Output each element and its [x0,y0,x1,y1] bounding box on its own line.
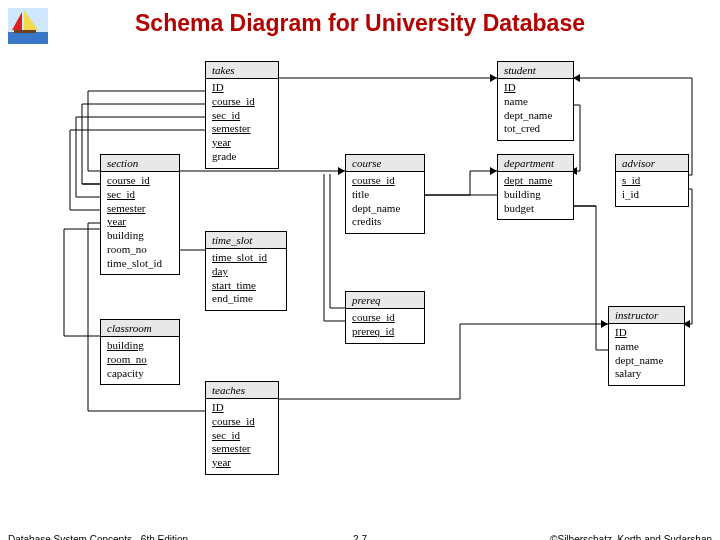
entity-time-slot: time_slot time_slot_id day start_time en… [205,231,287,311]
entity-attrs: ID name dept_name tot_cred [498,79,573,140]
entity-header: advisor [616,155,688,172]
entity-advisor: advisor s_id i_id [615,154,689,207]
entity-attrs: s_id i_id [616,172,688,206]
entity-header: course [346,155,424,172]
entity-attrs: dept_name building budget [498,172,573,219]
entity-header: teaches [206,382,278,399]
svg-marker-31 [338,167,345,175]
svg-marker-14 [573,74,580,82]
schema-diagram: takes ID course_id sec_id semester year … [0,56,720,486]
page-title: Schema Diagram for University Database [0,10,720,37]
entity-instructor: instructor ID name dept_name salary [608,306,685,386]
entity-section: section course_id sec_id semester year b… [100,154,180,275]
footer-copyright: ©Silberschatz, Korth and Sudarshan [550,534,712,540]
entity-header: prereq [346,292,424,309]
entity-attrs: ID course_id sec_id semester year grade [206,79,278,168]
entity-course: course course_id title dept_name credits [345,154,425,234]
svg-marker-29 [490,167,497,175]
entity-attrs: ID course_id sec_id semester year [206,399,278,474]
entity-attrs: time_slot_id day start_time end_time [206,249,286,310]
entity-header: classroom [101,320,179,337]
entity-header: time_slot [206,232,286,249]
entity-header: takes [206,62,278,79]
entity-department: department dept_name building budget [497,154,574,220]
svg-marker-59 [601,320,608,328]
entity-attrs: course_id prereq_id [346,309,424,343]
entity-attrs: building room_no capacity [101,337,179,384]
svg-marker-6 [490,74,497,82]
entity-header: department [498,155,573,172]
entity-takes: takes ID course_id sec_id semester year … [205,61,279,169]
entity-prereq: prereq course_id prereq_id [345,291,425,344]
entity-attrs: course_id title dept_name credits [346,172,424,233]
entity-attrs: course_id sec_id semester year building … [101,172,179,274]
entity-teaches: teaches ID course_id sec_id semester yea… [205,381,279,475]
entity-attrs: ID name dept_name salary [609,324,684,385]
entity-student: student ID name dept_name tot_cred [497,61,574,141]
entity-header: student [498,62,573,79]
entity-header: section [101,155,179,172]
entity-classroom: classroom building room_no capacity [100,319,180,385]
entity-header: instructor [609,307,684,324]
